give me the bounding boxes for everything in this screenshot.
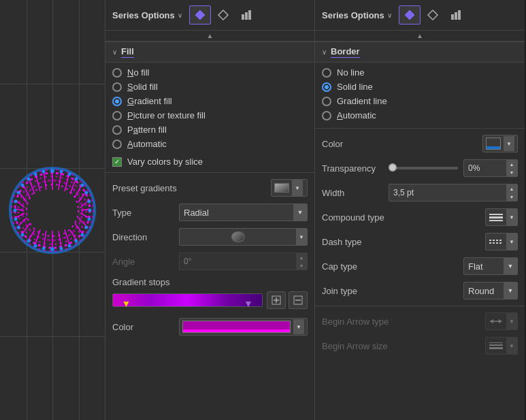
join-drop-arrow[interactable]: ▼ — [504, 282, 517, 299]
solid-fill-radio[interactable] — [112, 82, 122, 92]
gradient-line-option[interactable]: Gradient line — [322, 95, 518, 107]
picture-fill-option[interactable]: Picture or texture fill — [112, 110, 308, 121]
color-btn-right[interactable]: ▼ — [482, 135, 518, 152]
automatic-line-option[interactable]: Automatic — [322, 110, 518, 121]
preset-gradients-label: Preset gradients — [112, 183, 265, 193]
vary-colors-checkbox[interactable] — [112, 157, 122, 167]
direction-btn[interactable]: ▼ — [179, 228, 308, 246]
picture-fill-radio[interactable] — [112, 111, 122, 120]
preset-gradient-icon — [272, 180, 292, 196]
right-tab-fill[interactable] — [399, 5, 421, 25]
type-label: Type — [112, 208, 174, 218]
gradient-line-radio[interactable] — [322, 97, 331, 106]
gradient-stops-section: Gradient stops ▼ ▼ — [105, 274, 314, 314]
cap-type-label: Cap type — [322, 261, 383, 272]
transparency-up[interactable]: ▲ — [506, 160, 517, 168]
stops-buttons — [267, 291, 308, 309]
transparency-down[interactable]: ▼ — [506, 168, 517, 176]
type-dropdown-arrow[interactable]: ▼ — [293, 204, 307, 221]
join-type-dropdown[interactable]: Round ▼ — [463, 282, 518, 300]
preset-gradients-row: Preset gradients ▼ — [105, 176, 314, 200]
solid-fill-option[interactable]: Solid fill — [112, 81, 308, 93]
right-panel-header: Series Options ∨ — [315, 0, 525, 31]
cap-type-dropdown[interactable]: Flat ▼ — [463, 257, 518, 275]
right-tab-bar[interactable] — [445, 5, 467, 25]
left-tab-border[interactable] — [212, 5, 234, 25]
left-tab-bar[interactable] — [235, 5, 257, 25]
preset-drop-arrow[interactable]: ▼ — [292, 180, 303, 196]
color-swatch-left — [182, 321, 291, 333]
svg-marker-64 — [218, 10, 228, 20]
donut-chart — [8, 166, 97, 255]
begin-arrow-type-icon — [486, 313, 506, 329]
svg-point-42 — [88, 217, 91, 221]
svg-marker-71 — [428, 10, 438, 20]
cap-type-value: Flat — [464, 261, 504, 272]
remove-stop-btn[interactable] — [289, 291, 308, 309]
transparency-input[interactable]: 0% ▲ ▼ — [463, 159, 518, 177]
gradient-line-label: Gradient line — [337, 96, 387, 106]
svg-rect-67 — [248, 10, 251, 20]
width-input[interactable]: 3,5 pt ▲ ▼ — [389, 184, 518, 201]
border-radio-group: No line Solid line Gradient line Automat… — [315, 63, 525, 125]
stop-right[interactable]: ▼ — [244, 298, 250, 308]
left-tab-fill[interactable] — [189, 5, 211, 25]
direction-row: Direction ▼ — [105, 225, 314, 249]
svg-rect-72 — [451, 14, 454, 20]
transparency-row: Transparency 0% ▲ ▼ — [315, 156, 525, 180]
transparency-slider-row — [389, 167, 458, 169]
no-line-option[interactable]: No line — [322, 67, 518, 78]
svg-point-38 — [81, 183, 84, 187]
border-section-header[interactable]: ∨ Border — [315, 42, 525, 63]
stop-left[interactable]: ▼ — [122, 298, 129, 308]
pattern-fill-label: Pattern fill — [127, 125, 167, 135]
svg-point-40 — [88, 199, 91, 203]
dash-type-btn[interactable]: ▼ — [485, 233, 518, 251]
compound-drop-arrow[interactable]: ▼ — [506, 209, 517, 225]
no-fill-option[interactable]: No fill — [112, 67, 308, 78]
color-btn-left[interactable]: ▼ — [179, 318, 308, 336]
compound-type-btn[interactable]: ▼ — [485, 208, 518, 226]
fill-section-header[interactable]: ∨ Fill — [105, 42, 314, 63]
add-stop-btn[interactable] — [267, 291, 286, 309]
automatic-line-radio[interactable] — [322, 111, 331, 120]
dash-drop-arrow[interactable]: ▼ — [506, 233, 517, 250]
right-expand-arrow[interactable]: ▲ — [416, 32, 423, 39]
compound-type-label: Compound type — [322, 212, 384, 223]
no-line-radio[interactable] — [322, 68, 331, 78]
type-dropdown[interactable]: Radial ▼ — [179, 204, 308, 221]
gradient-fill-option[interactable]: Gradient fill — [112, 95, 308, 107]
transparency-thumb[interactable] — [389, 163, 397, 172]
svg-point-62 — [32, 190, 73, 231]
svg-point-34 — [50, 169, 54, 173]
left-expand-arrow[interactable]: ▲ — [207, 32, 214, 39]
solid-line-radio[interactable] — [322, 82, 331, 92]
right-tab-border[interactable] — [422, 5, 444, 25]
left-panel-chevron[interactable]: ∨ — [178, 12, 182, 19]
direction-drop-arrow[interactable]: ▼ — [296, 229, 307, 245]
begin-arrow-size-btn: ▼ — [485, 337, 518, 355]
automatic-fill-radio[interactable] — [112, 140, 122, 149]
automatic-fill-option[interactable]: Automatic — [112, 138, 308, 150]
svg-point-39 — [85, 191, 88, 194]
svg-rect-74 — [458, 10, 461, 20]
right-icon-tabs — [399, 5, 467, 25]
color-drop-arrow-right[interactable]: ▼ — [504, 136, 514, 151]
pattern-fill-radio[interactable] — [112, 125, 122, 135]
gradient-fill-radio[interactable] — [112, 97, 122, 106]
width-down[interactable]: ▼ — [506, 193, 517, 201]
solid-line-option[interactable]: Solid line — [322, 81, 518, 93]
vary-colors-item[interactable]: Vary colors by slice — [105, 154, 314, 169]
no-fill-radio[interactable] — [112, 68, 122, 78]
picture-fill-label: Picture or texture fill — [127, 110, 206, 120]
color-drop-arrow-left[interactable]: ▼ — [293, 319, 304, 334]
cap-drop-arrow[interactable]: ▼ — [504, 258, 517, 274]
svg-point-54 — [14, 217, 18, 221]
width-up[interactable]: ▲ — [506, 184, 517, 193]
preset-gradients-btn[interactable]: ▼ — [271, 179, 308, 197]
transparency-track[interactable] — [389, 167, 458, 169]
gradient-track[interactable]: ▼ ▼ — [112, 293, 263, 307]
begin-arrow-type-label: Begin Arrow type — [322, 317, 389, 327]
pattern-fill-option[interactable]: Pattern fill — [112, 124, 308, 135]
right-panel-chevron[interactable]: ∨ — [387, 12, 392, 19]
